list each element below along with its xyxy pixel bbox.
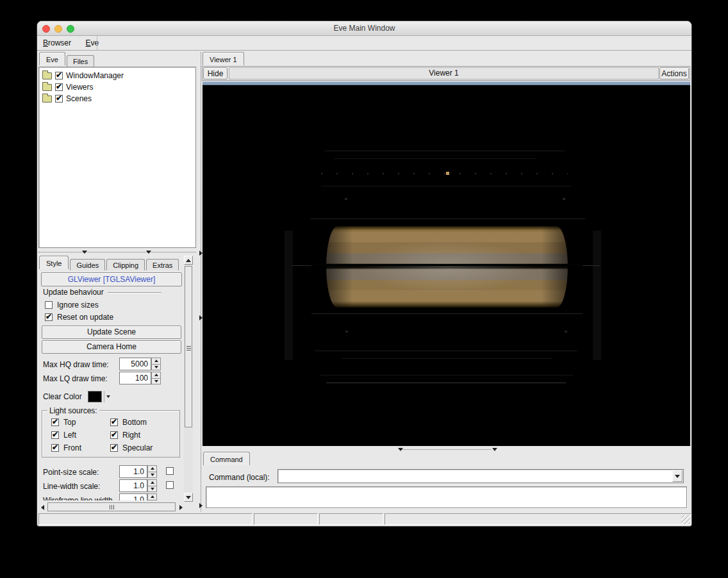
menu-browser[interactable]: Browser: [37, 36, 77, 47]
tab-clipping[interactable]: Clipping: [106, 259, 145, 270]
tab-eve[interactable]: Eve: [39, 52, 65, 65]
light-bottom[interactable]: Bottom: [110, 416, 174, 429]
gl-viewport[interactable]: [203, 85, 690, 446]
option-ignore-sizes[interactable]: Ignore sizes: [45, 299, 113, 311]
checkbox[interactable]: [166, 481, 174, 489]
scale-rows: Point-size scale:1.0Line-width scale:1.0…: [43, 465, 180, 500]
tab-style[interactable]: Style: [39, 256, 69, 269]
scrollbar-thumb[interactable]: [47, 502, 176, 511]
spinner: [151, 372, 161, 384]
menu-eve[interactable]: Eve: [79, 36, 104, 47]
scene-endcap: [593, 231, 601, 360]
checkbox[interactable]: [51, 418, 59, 426]
hide-button[interactable]: Hide: [203, 67, 228, 79]
command-dropdown-button[interactable]: [672, 470, 682, 482]
checkbox[interactable]: [110, 444, 118, 452]
option-reset-on-update[interactable]: Reset on update: [45, 311, 113, 323]
spinner: [147, 493, 157, 500]
light-top[interactable]: Top: [51, 416, 110, 429]
spin-up-button[interactable]: [147, 493, 157, 500]
command-combobox[interactable]: [277, 469, 684, 483]
camera-home-button[interactable]: Camera Home: [42, 340, 181, 354]
resize-grip[interactable]: [681, 515, 690, 524]
light-left[interactable]: Left: [51, 429, 110, 442]
scene-buttons: Update SceneCamera Home: [42, 326, 181, 355]
menu-bar: Browser Eve: [37, 36, 691, 51]
viewer-title[interactable]: Viewer 1: [229, 67, 659, 79]
checkbox[interactable]: [45, 313, 53, 321]
scroll-left-button[interactable]: [38, 502, 47, 512]
clear-color-swatch[interactable]: [88, 391, 102, 402]
light-specular[interactable]: Specular: [110, 442, 174, 454]
spin-up-button[interactable]: [147, 465, 157, 472]
chevron-down-icon[interactable]: [146, 251, 151, 254]
spin-field[interactable]: 1.0: [119, 479, 147, 492]
chevron-down-icon[interactable]: [492, 448, 497, 451]
actions-button[interactable]: Actions: [659, 67, 689, 79]
command-output: [206, 486, 687, 508]
spin-down-button[interactable]: [151, 365, 161, 371]
tree-item-viewers[interactable]: Viewers: [39, 81, 195, 93]
spin-down-button[interactable]: [151, 379, 161, 385]
scale-row-label: Line-width scale:: [43, 482, 100, 491]
close-window-button[interactable]: [42, 25, 50, 33]
command-row: Command (local):: [203, 467, 690, 487]
spinner: [147, 479, 157, 492]
command-splitter[interactable]: [203, 447, 690, 452]
glviewer-button[interactable]: GLViewer [TGLSAViewer]: [41, 272, 182, 286]
checkbox[interactable]: [110, 418, 118, 426]
chevron-down-icon[interactable]: [398, 448, 403, 451]
checkbox[interactable]: [45, 301, 53, 309]
spin-down-button[interactable]: [147, 500, 157, 501]
spin-down-button[interactable]: [147, 486, 157, 493]
chevron-right-icon[interactable]: [199, 503, 203, 508]
minimize-window-button[interactable]: [54, 25, 62, 33]
chevron-down-icon[interactable]: [82, 251, 87, 254]
style-panel-scrollbar[interactable]: [184, 256, 193, 502]
checkbox[interactable]: [110, 431, 118, 439]
scale-row: Point-size scale:1.0: [43, 465, 180, 479]
checkbox[interactable]: [51, 431, 59, 439]
command-tab-bar: Command: [203, 452, 251, 467]
spin-field[interactable]: 1.0: [119, 465, 147, 478]
scroll-up-button[interactable]: [184, 256, 193, 265]
checkbox[interactable]: [166, 467, 174, 475]
clear-color-dropdown[interactable]: [104, 391, 113, 402]
checkbox[interactable]: [55, 95, 63, 103]
update-scene-button[interactable]: Update Scene: [42, 326, 181, 339]
scene-dot: [345, 198, 347, 200]
spin-down-button[interactable]: [147, 472, 157, 479]
tab-guides[interactable]: Guides: [70, 259, 105, 270]
scene-dot: [565, 331, 567, 333]
spin-up-button[interactable]: [151, 372, 161, 379]
light-right[interactable]: Right: [110, 429, 174, 442]
tab-files[interactable]: Files: [67, 55, 94, 67]
checkbox[interactable]: [55, 83, 63, 91]
tab-command[interactable]: Command: [203, 452, 250, 465]
zoom-window-button[interactable]: [67, 25, 74, 33]
light-front[interactable]: Front: [51, 442, 110, 454]
spin-field[interactable]: 5000: [119, 358, 151, 370]
scrollbar-thumb[interactable]: [185, 266, 192, 427]
spin-field[interactable]: 100: [119, 372, 151, 384]
spin-up-button[interactable]: [151, 358, 161, 365]
clear-color-label: Clear Color: [43, 392, 82, 401]
spin-up-button[interactable]: [147, 479, 157, 486]
tab-viewer-1[interactable]: Viewer 1: [203, 52, 244, 65]
scroll-down-button[interactable]: [184, 493, 193, 502]
tab-extras[interactable]: Extras: [146, 259, 179, 270]
tree-item-scenes[interactable]: Scenes: [39, 93, 195, 104]
style-panel-hscrollbar[interactable]: [38, 502, 186, 512]
checkbox[interactable]: [55, 72, 63, 79]
tree-item-windowmanager[interactable]: WindowManager: [39, 70, 195, 81]
light-sources-group: Light sources: TopBottomLeftRightFrontSp…: [42, 410, 180, 458]
command-input[interactable]: [279, 471, 664, 481]
light-label: Specular: [122, 443, 153, 452]
arrow-down-icon: [186, 496, 191, 499]
scroll-right-button[interactable]: [177, 502, 185, 512]
spin-field[interactable]: 1.0: [119, 493, 147, 500]
tree-splitter[interactable]: [38, 249, 196, 255]
title-bar[interactable]: Eve Main Window: [37, 21, 691, 36]
checkbox[interactable]: [51, 444, 59, 452]
spin-row: Max HQ draw time:5000: [43, 358, 180, 372]
